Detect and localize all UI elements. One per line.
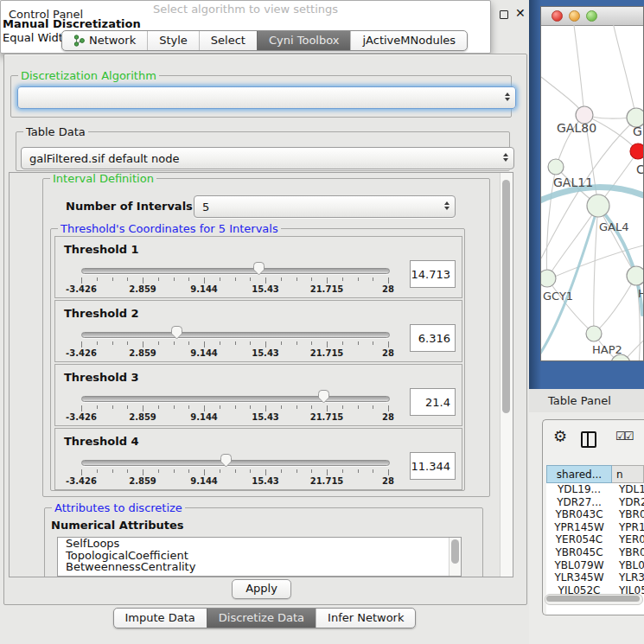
table-row[interactable]: YDL19...YDL19... <box>546 483 644 496</box>
tick-minor <box>188 469 189 473</box>
cell-shared-name: YBR043C <box>546 508 612 521</box>
threshold-value-field[interactable]: 6.316 <box>410 324 456 352</box>
network-node-hap2[interactable] <box>586 326 602 341</box>
slider-handle[interactable] <box>317 389 330 404</box>
cytoscape-desktop: GAL80GCGAL11GAL4GCY1HHAP2 <box>529 0 644 389</box>
close-icon[interactable]: ✕ <box>515 6 526 20</box>
network-node-gal4[interactable] <box>587 194 609 217</box>
num-intervals-combo[interactable]: 5 <box>194 195 456 218</box>
slider-handle[interactable] <box>220 453 233 468</box>
table-row[interactable]: YLR345WYLR345W <box>546 571 644 584</box>
tick-minor <box>188 341 189 345</box>
cell-name: YBR045C <box>612 546 644 559</box>
list-scrollbar-thumb[interactable] <box>451 539 459 564</box>
minimize-traffic-light-icon[interactable] <box>569 10 580 22</box>
column-header-n[interactable]: n <box>612 465 644 483</box>
algorithm-combo[interactable] <box>17 86 516 109</box>
tick-label: 9.144 <box>184 348 224 358</box>
tab-discretize-data[interactable]: Discretize Data <box>207 609 316 628</box>
settings-scrollbar[interactable] <box>500 173 513 577</box>
apply-button[interactable]: Apply <box>232 579 291 599</box>
tick-minor <box>174 405 175 409</box>
tick-label: 21.715 <box>307 412 347 422</box>
threshold-value-field[interactable]: 21.4 <box>410 388 456 416</box>
tick-major <box>143 469 143 475</box>
combo-arrows-icon <box>444 201 450 210</box>
network-edge <box>594 276 636 334</box>
group-title: Discretization Algorithm <box>18 69 159 82</box>
tick-minor <box>235 405 236 409</box>
attribute-item-topologicalcoefficient[interactable]: TopologicalCoefficient <box>58 550 461 562</box>
combo-arrows-icon <box>503 153 508 162</box>
network-node-gal11[interactable] <box>548 159 564 175</box>
group-title: Table Data <box>23 125 88 138</box>
threshold-coordinates-group: Threshold's Coordinates for 5 Intervals … <box>50 228 465 491</box>
network-node-c[interactable] <box>630 143 643 159</box>
list-scrollbar[interactable] <box>449 538 461 576</box>
tab-style[interactable]: Style <box>147 31 199 50</box>
table-row[interactable]: YBL079WYBL079W <box>546 559 644 572</box>
tick-minor <box>235 277 236 281</box>
slider-track[interactable] <box>81 268 390 274</box>
num-intervals-label: Number of Intervals <box>66 200 193 213</box>
table-panel-area: ⚙ ☑☑ shared...n YDL19...YDL19...YDR27...… <box>529 412 644 644</box>
horizontal-scrollbar[interactable] <box>545 594 643 605</box>
tick-major <box>265 405 266 411</box>
slider-track[interactable] <box>81 460 390 466</box>
slider-handle[interactable] <box>252 261 265 276</box>
threshold-value-field[interactable]: 14.713 <box>410 260 456 288</box>
attribute-items: SelfLoopsTopologicalCoefficientBetweenne… <box>58 538 461 573</box>
table-row[interactable]: YBR043CYBR043C <box>546 508 644 521</box>
column-layout-icon[interactable] <box>581 431 596 448</box>
tick-minor <box>373 469 373 473</box>
zoom-traffic-light-icon[interactable] <box>586 10 597 22</box>
tab-select[interactable]: Select <box>199 31 257 50</box>
tick-label: 21.715 <box>307 476 347 486</box>
horizontal-scrollbar-thumb[interactable] <box>546 596 640 602</box>
gear-icon[interactable]: ⚙ <box>553 427 567 445</box>
network-view-window[interactable]: GAL80GCGAL11GAL4GCY1HHAP2 <box>540 6 644 361</box>
table-data-combo[interactable]: galFiltered.sif default node <box>21 147 514 169</box>
table-row[interactable]: YPR145WYPR145W <box>546 521 644 534</box>
tick-label: 28 <box>368 284 408 294</box>
table-row[interactable]: YBR045CYBR045C <box>546 546 644 559</box>
tick-label: -3.426 <box>61 476 101 486</box>
screen: { "window": {"title": "Control Panel", "… <box>0 0 644 644</box>
tick-minor <box>296 277 297 281</box>
network-window-titlebar[interactable] <box>541 7 643 26</box>
tab-label: Style <box>159 34 188 48</box>
tick-major <box>327 277 328 284</box>
top-tab-bar: NetworkStyleSelectCyni ToolboxjActiveMNo… <box>0 30 529 51</box>
numerical-attributes-list[interactable]: SelfLoopsTopologicalCoefficientBetweenne… <box>57 537 462 577</box>
tick-minor <box>112 341 113 345</box>
float-window-icon[interactable] <box>500 10 508 19</box>
tab-cyni-toolbox[interactable]: Cyni Toolbox <box>257 31 351 50</box>
tab-impute-data[interactable]: Impute Data <box>114 609 207 628</box>
tab-infer-network[interactable]: Infer Network <box>316 609 415 628</box>
column-header-shared[interactable]: shared... <box>546 465 612 483</box>
attribute-item-betweennesscentrality[interactable]: BetweennessCentrality <box>58 561 461 573</box>
slider-track[interactable] <box>81 396 390 402</box>
node-label: GAL11 <box>553 175 593 189</box>
attribute-item-selfloops[interactable]: SelfLoops <box>58 538 461 550</box>
table-row[interactable]: YDR27...YDR27... <box>546 496 644 509</box>
network-canvas[interactable]: GAL80GCGAL11GAL4GCY1HHAP2 <box>541 25 643 360</box>
close-traffic-light-icon[interactable] <box>552 10 563 22</box>
tick-major <box>327 405 328 411</box>
network-node-gcy1[interactable] <box>541 270 556 287</box>
threshold-value-field[interactable]: 11.344 <box>410 452 456 480</box>
tick-minor <box>250 405 251 409</box>
network-edge <box>547 206 598 278</box>
tab-network[interactable]: Network <box>62 31 147 50</box>
slider-handle[interactable] <box>170 325 183 340</box>
slider-track[interactable] <box>81 332 390 338</box>
cell-name: YBR043C <box>612 508 644 521</box>
table-row[interactable]: YER054CYER054C <box>546 533 644 546</box>
tick-minor <box>296 469 297 473</box>
network-edge <box>594 206 598 334</box>
checkbox-icons[interactable]: ☑☑ <box>615 430 632 443</box>
tick-label: 28 <box>368 348 408 358</box>
network-node-h[interactable] <box>627 266 643 285</box>
settings-scrollbar-thumb[interactable] <box>502 180 510 413</box>
tab-jactivemnodules[interactable]: jActiveMNodules <box>350 31 467 50</box>
